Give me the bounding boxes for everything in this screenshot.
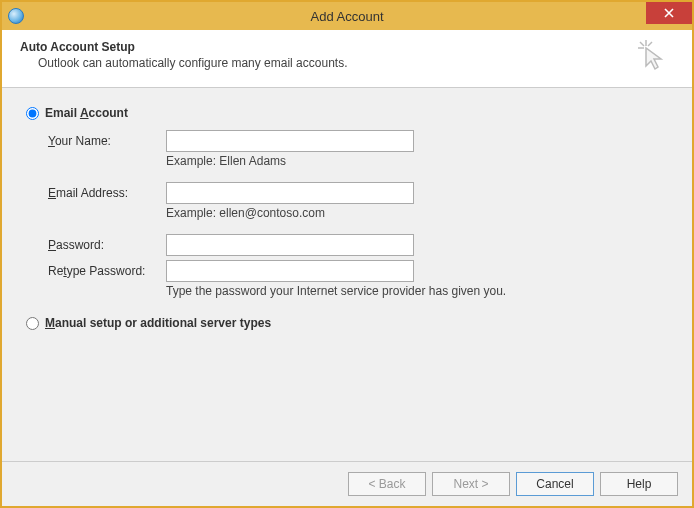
close-button[interactable] [646,2,692,24]
retype-password-input[interactable] [166,260,414,282]
email-account-form: Your Name: Example: Ellen Adams Email Ad… [48,130,668,298]
email-account-option[interactable]: Email Account [26,106,668,120]
password-label: Password: [48,238,166,252]
svg-line-3 [648,42,652,46]
add-account-window: Add Account Auto Account Setup Outlook c… [0,0,694,508]
retype-password-label: Retype Password: [48,264,166,278]
wizard-footer: < Back Next > Cancel Help [2,461,692,506]
manual-setup-label: Manual setup or additional server types [45,316,271,330]
manual-setup-option[interactable]: Manual setup or additional server types [26,316,668,330]
your-name-input[interactable] [166,130,414,152]
back-button[interactable]: < Back [348,472,426,496]
wizard-content: Email Account Your Name: Example: Ellen … [2,88,692,461]
next-button[interactable]: Next > [432,472,510,496]
manual-setup-radio[interactable] [26,317,39,330]
help-button[interactable]: Help [600,472,678,496]
cancel-button[interactable]: Cancel [516,472,594,496]
email-account-label: Email Account [45,106,128,120]
email-address-label: Email Address: [48,186,166,200]
your-name-label: Your Name: [48,134,166,148]
window-title: Add Account [2,9,692,24]
wizard-header: Auto Account Setup Outlook can automatic… [2,30,692,88]
email-address-input[interactable] [166,182,414,204]
password-hint: Type the password your Internet service … [166,284,668,298]
email-address-hint: Example: ellen@contoso.com [166,206,668,220]
titlebar: Add Account [2,2,692,30]
svg-line-2 [640,42,644,46]
email-account-radio[interactable] [26,107,39,120]
close-icon [664,8,674,18]
app-icon [8,8,24,24]
wizard-title: Auto Account Setup [20,40,348,54]
password-input[interactable] [166,234,414,256]
wizard-subtitle: Outlook can automatically configure many… [38,56,348,70]
wizard-cursor-icon [636,38,670,75]
your-name-hint: Example: Ellen Adams [166,154,668,168]
